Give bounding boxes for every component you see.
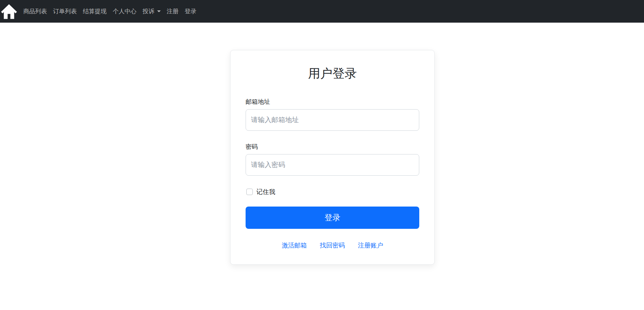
remember-me-label[interactable]: 记住我 bbox=[256, 188, 275, 196]
recover-password-link[interactable]: 找回密码 bbox=[320, 241, 345, 250]
register-account-link[interactable]: 注册账户 bbox=[358, 241, 383, 250]
nav-item-login[interactable]: 登录 bbox=[182, 0, 200, 23]
page-content: 用户登录 邮箱地址 密码 记住我 登录 激活邮箱 找回密码 注册账户 bbox=[0, 23, 644, 265]
nav-item-complaints-dropdown[interactable]: 投诉 bbox=[140, 0, 164, 23]
login-submit-button[interactable]: 登录 bbox=[246, 207, 419, 229]
login-card-title: 用户登录 bbox=[246, 66, 419, 81]
navbar-menu: 商品列表 订单列表 结算提现 个人中心 投诉 注册 登录 bbox=[20, 0, 200, 23]
email-label: 邮箱地址 bbox=[246, 97, 419, 106]
nav-item-personal-center[interactable]: 个人中心 bbox=[110, 0, 140, 23]
remember-me-checkbox[interactable] bbox=[246, 189, 253, 195]
password-input[interactable] bbox=[246, 154, 419, 176]
nav-item-settlement-withdraw[interactable]: 结算提现 bbox=[80, 0, 110, 23]
auxiliary-links: 激活邮箱 找回密码 注册账户 bbox=[246, 241, 419, 250]
login-card: 用户登录 邮箱地址 密码 记住我 登录 激活邮箱 找回密码 注册账户 bbox=[230, 50, 435, 265]
chevron-down-icon bbox=[157, 10, 161, 12]
activate-email-link[interactable]: 激活邮箱 bbox=[282, 241, 307, 250]
home-icon bbox=[0, 3, 18, 20]
nav-item-register[interactable]: 注册 bbox=[164, 0, 182, 23]
remember-me-row: 记住我 bbox=[246, 187, 419, 196]
nav-item-order-list[interactable]: 订单列表 bbox=[50, 0, 80, 23]
nav-item-complaints-label: 投诉 bbox=[143, 0, 155, 23]
password-label: 密码 bbox=[246, 142, 419, 151]
email-input[interactable] bbox=[246, 109, 419, 131]
email-form-group: 邮箱地址 bbox=[246, 97, 419, 131]
top-navbar: 商品列表 订单列表 结算提现 个人中心 投诉 注册 登录 bbox=[0, 0, 644, 23]
home-brand-link[interactable] bbox=[0, 0, 18, 23]
password-form-group: 密码 bbox=[246, 142, 419, 176]
nav-item-product-list[interactable]: 商品列表 bbox=[20, 0, 50, 23]
